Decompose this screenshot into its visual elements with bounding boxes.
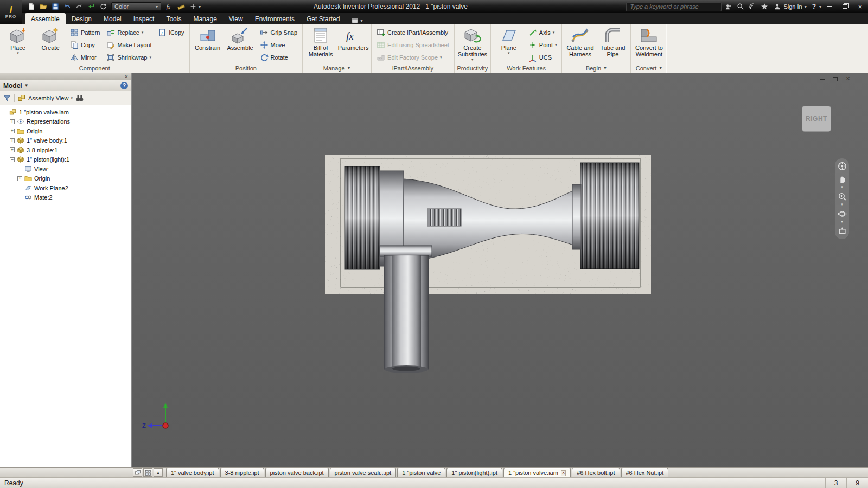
zoom-icon[interactable]: [838, 192, 847, 201]
tree-item-1-piston-light-1[interactable]: −1" piston(light):1: [0, 155, 131, 165]
minimize-button[interactable]: [823, 2, 837, 11]
edit-using-spreadsheet-button[interactable]: Edit using Spreadsheet: [374, 38, 452, 51]
expand-icon[interactable]: +: [10, 119, 15, 124]
expand-icon[interactable]: +: [10, 138, 15, 143]
open-folder-button[interactable]: [38, 2, 49, 11]
group-label-ipart-iassembly[interactable]: iPart/iAssembly: [372, 63, 454, 73]
tree-item-representations[interactable]: +Representations: [0, 117, 131, 127]
tab-model[interactable]: Model: [98, 13, 127, 24]
edit-factory-scope-button[interactable]: Edit Factory Scope▾: [374, 51, 452, 63]
parameters-button[interactable]: fxParameters: [337, 25, 369, 51]
doc-tab-6-hex-bolt-ipt[interactable]: #6 Hex bolt.ipt: [572, 468, 620, 477]
create-button[interactable]: Create: [35, 25, 66, 51]
pattern-button[interactable]: Pattern: [67, 26, 103, 38]
close-panel-icon[interactable]: ×: [123, 74, 130, 79]
communication-center-button[interactable]: [747, 2, 758, 11]
tree-item-origin[interactable]: +Origin: [0, 126, 131, 136]
browser-help-icon[interactable]: ?: [120, 82, 128, 89]
return-arrow-button[interactable]: [86, 2, 97, 11]
tree-item-work-plane2[interactable]: Work Plane2: [0, 183, 131, 193]
ribbon-display-toggle[interactable]: ▾: [351, 17, 362, 24]
move-button[interactable]: Move: [257, 38, 301, 51]
doc-tab-1-piston-light-ipt[interactable]: 1" piston(light).ipt: [446, 468, 502, 477]
doc-tab-1-piston-valve-iam[interactable]: 1 "piston valve.iam×: [503, 468, 571, 477]
tree-item-1-valve-body-1[interactable]: +1" valve body:1: [0, 136, 131, 146]
browser-grip-bar[interactable]: ×: [0, 73, 131, 80]
rotate-button[interactable]: Rotate: [257, 51, 301, 63]
new-file-button[interactable]: [26, 2, 37, 11]
group-label-begin[interactable]: Begin▼: [562, 63, 630, 73]
favorites-star-button[interactable]: [759, 2, 770, 11]
chevron-down-icon[interactable]: ▾: [841, 220, 843, 223]
create-ipart-iassembly-button[interactable]: Create iPart/iAssembly: [374, 26, 452, 38]
expand-icon[interactable]: +: [17, 176, 22, 181]
full-navigation-wheel-icon[interactable]: [838, 162, 847, 171]
save-button[interactable]: [50, 2, 61, 11]
graphics-viewport[interactable]: × RIGHT ▾ ▾ ▾: [132, 73, 868, 467]
plane-button[interactable]: Plane▾: [493, 25, 525, 55]
sign-in-button[interactable]: Sign In ▾: [774, 3, 806, 10]
model-piston-valve-section[interactable]: [326, 155, 651, 377]
tab-assemble[interactable]: Assemble: [25, 13, 66, 24]
collapse-icon[interactable]: −: [10, 157, 15, 162]
group-label-productivity[interactable]: Productivity: [455, 63, 490, 73]
doc-tab-1-piston-valve[interactable]: 1 "piston valve: [397, 468, 445, 477]
find-binoculars-icon[interactable]: [75, 94, 84, 102]
help-button[interactable]: ?: [812, 3, 816, 10]
tree-item-view[interactable]: View:: [0, 164, 131, 174]
expand-tab-bar-button[interactable]: ▴: [154, 468, 163, 477]
shrinkwrap-button[interactable]: Shrinkwrap▾: [104, 51, 154, 63]
plus-button[interactable]: [188, 2, 199, 11]
tree-item-1-piston-valve-iam[interactable]: 1 "piston valve.iam: [0, 107, 131, 117]
view-mode-selector[interactable]: Assembly View ▾: [17, 94, 73, 102]
convert-to-weldment-button[interactable]: Convert to Weldment: [633, 25, 665, 57]
arrange-windows-button[interactable]: [133, 468, 142, 477]
doc-tab-3-8-nipple-ipt[interactable]: 3-8 nipple.ipt: [220, 468, 264, 477]
tree-item-mate-2[interactable]: Mate:2: [0, 193, 131, 203]
ucs-button[interactable]: UCS: [526, 51, 560, 63]
tree-item-origin[interactable]: +Origin: [0, 174, 131, 184]
filter-icon[interactable]: [3, 94, 11, 102]
tab-design[interactable]: Design: [66, 13, 98, 24]
tree-item-3-8-nipple-1[interactable]: +3-8 nipple:1: [0, 145, 131, 155]
assemble-button[interactable]: Assemble: [225, 25, 256, 51]
update-button[interactable]: [98, 2, 108, 11]
group-label-component[interactable]: Component: [0, 63, 189, 73]
point-button[interactable]: Point▾: [526, 38, 560, 51]
expand-icon[interactable]: +: [10, 129, 15, 133]
look-at-icon[interactable]: [838, 227, 847, 236]
tab-inspect[interactable]: Inspect: [127, 13, 161, 24]
browser-header[interactable]: Model ▼ ?: [0, 80, 131, 91]
group-label-manage[interactable]: Manage▼: [303, 63, 371, 73]
undo-button[interactable]: [62, 2, 73, 11]
grip-snap-button[interactable]: Grip Snap: [257, 26, 301, 38]
fx-small-button[interactable]: fx: [164, 2, 175, 11]
doc-tab-6-hex-nut-ipt[interactable]: #6 Hex Nut.ipt: [621, 468, 669, 477]
qat-customize-icon[interactable]: ▾: [199, 4, 201, 9]
icopy-button[interactable]: iiCopy: [155, 26, 187, 38]
group-label-work-features[interactable]: Work Features: [491, 63, 562, 73]
tab-get-started[interactable]: Get Started: [301, 13, 346, 24]
tab-tools[interactable]: Tools: [160, 13, 187, 24]
axis-button[interactable]: Axis▾: [526, 26, 560, 38]
tab-view[interactable]: View: [223, 13, 249, 24]
constrain-button[interactable]: Constrain: [192, 25, 224, 51]
doc-minimize-button[interactable]: [817, 75, 827, 82]
create-substitutes-button[interactable]: Create Substitutes▾: [457, 25, 488, 62]
search-input[interactable]: [626, 2, 722, 11]
make-layout-button[interactable]: Make Layout: [104, 38, 154, 51]
close-tab-icon[interactable]: ×: [561, 470, 566, 476]
chevron-down-icon[interactable]: ▾: [841, 185, 843, 188]
group-label-convert[interactable]: Convert▼: [631, 63, 667, 73]
redo-button[interactable]: [74, 2, 85, 11]
measure-button[interactable]: [176, 2, 187, 11]
tile-windows-button[interactable]: [143, 468, 152, 477]
view-cube[interactable]: RIGHT: [802, 106, 831, 132]
tab-manage[interactable]: Manage: [187, 13, 222, 24]
group-label-position[interactable]: Position: [190, 63, 303, 73]
mirror-button[interactable]: Mirror: [67, 51, 103, 63]
copy-button[interactable]: Copy: [67, 38, 103, 51]
cable-and-harness-button[interactable]: Cable and Harness: [564, 25, 596, 57]
pan-hand-icon[interactable]: [838, 175, 847, 184]
orbit-icon[interactable]: [838, 209, 847, 219]
